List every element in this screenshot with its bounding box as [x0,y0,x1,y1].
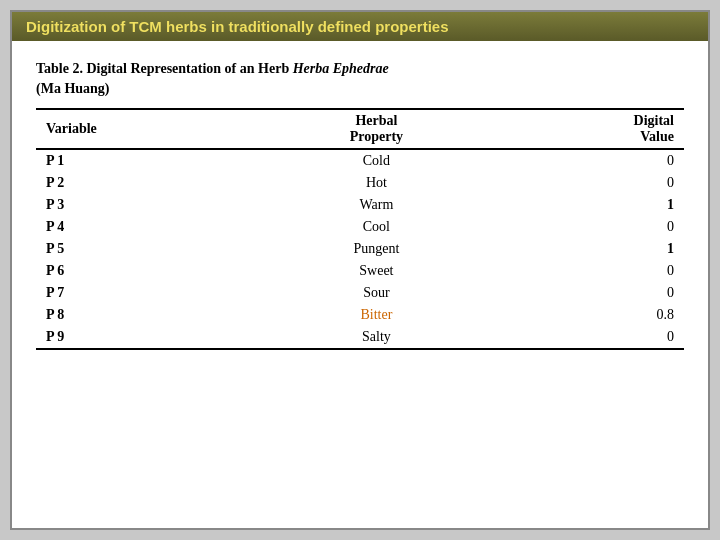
cell-variable: P 6 [36,260,260,282]
cell-variable: P 9 [36,326,260,349]
cell-digital: 1 [493,238,684,260]
cell-digital: 0 [493,282,684,304]
cell-variable: P 4 [36,216,260,238]
cell-digital: 0 [493,260,684,282]
cell-variable: P 2 [36,172,260,194]
table-row: P 5Pungent1 [36,238,684,260]
cell-herbal: Bitter [260,304,492,326]
caption-line2: (Ma Huang) [36,81,110,96]
caption-line1: Table 2. Digital Representation of an He… [36,61,293,76]
table-row: P 2Hot0 [36,172,684,194]
cell-herbal: Hot [260,172,492,194]
col-header-variable: Variable [36,109,260,149]
table-row: P 6Sweet0 [36,260,684,282]
col-header-herbal: Herbal Property [260,109,492,149]
col-header-digital: Digital Value [493,109,684,149]
cell-herbal: Sweet [260,260,492,282]
table-caption: Table 2. Digital Representation of an He… [36,59,684,98]
cell-herbal: Pungent [260,238,492,260]
data-table: Variable Herbal Property Digital Value P… [36,108,684,350]
cell-digital: 0 [493,172,684,194]
cell-variable: P 7 [36,282,260,304]
cell-variable: P 8 [36,304,260,326]
slide-header: Digitization of TCM herbs in traditional… [12,12,708,41]
cell-herbal: Warm [260,194,492,216]
cell-digital: 0 [493,216,684,238]
cell-variable: P 1 [36,149,260,172]
cell-herbal: Cool [260,216,492,238]
cell-digital: 0 [493,326,684,349]
table-row: P 9Salty0 [36,326,684,349]
table-row: P 1Cold0 [36,149,684,172]
caption-herb-name: Herba Ephedrae [293,61,389,76]
slide-body: Table 2. Digital Representation of an He… [12,41,708,528]
table-header-row: Variable Herbal Property Digital Value [36,109,684,149]
cell-digital: 0.8 [493,304,684,326]
cell-herbal: Cold [260,149,492,172]
table-row: P 4Cool0 [36,216,684,238]
cell-herbal: Salty [260,326,492,349]
table-row: P 3Warm1 [36,194,684,216]
cell-herbal: Sour [260,282,492,304]
cell-variable: P 3 [36,194,260,216]
cell-variable: P 5 [36,238,260,260]
table-row: P 7Sour0 [36,282,684,304]
table-row: P 8Bitter0.8 [36,304,684,326]
cell-digital: 0 [493,149,684,172]
cell-digital: 1 [493,194,684,216]
slide-title: Digitization of TCM herbs in traditional… [26,18,449,35]
slide: Digitization of TCM herbs in traditional… [10,10,710,530]
